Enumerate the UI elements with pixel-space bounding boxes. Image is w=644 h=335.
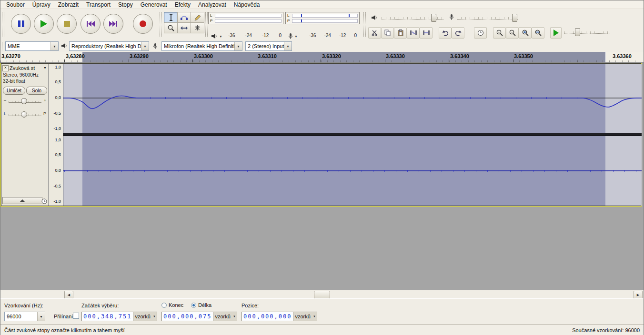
selection-length-field[interactable]: 000,000,075 vzorků ▼	[161, 312, 237, 321]
play-button[interactable]	[34, 14, 54, 34]
timeline-tick	[192, 59, 193, 62]
sync-lock-clock-button[interactable]	[474, 27, 487, 39]
waveform-display[interactable]	[63, 64, 642, 206]
trim-audio-button[interactable]	[407, 27, 420, 39]
selection-tool-button[interactable]	[164, 12, 178, 23]
recording-meter-p-bar	[292, 19, 358, 23]
menu-item-tracks[interactable]: Stopy	[114, 1, 137, 9]
selection-length-digits[interactable]: 000,000,075	[162, 312, 213, 321]
recording-meter-menu-button[interactable]: ▼	[288, 32, 298, 40]
track-menu-button[interactable]: ▼	[43, 66, 47, 69]
recording-meter[interactable]: L P	[285, 12, 360, 24]
multi-tool-button[interactable]	[191, 22, 204, 33]
selection-start-field[interactable]: 000,348,751 vzorků ▼	[81, 312, 157, 321]
timeline-label: 3.63300	[194, 53, 213, 59]
menu-item-analyze[interactable]: Analyzovat	[194, 1, 230, 9]
skip-to-end-button[interactable]	[103, 14, 123, 34]
end-radio-label: Konec	[169, 302, 183, 308]
gain-slider-thumb[interactable]	[21, 98, 27, 104]
selection-start-digits[interactable]: 000,348,751	[82, 312, 133, 321]
horizontal-scrollbar[interactable]: ◀ ▶	[0, 290, 644, 298]
pause-button[interactable]	[11, 14, 31, 34]
host-select[interactable]: MME ▼	[5, 41, 59, 51]
input-device-select[interactable]: Mikrofon (Realtek High Definiti ▼	[161, 41, 242, 51]
gain-slider[interactable]: – +	[3, 97, 47, 106]
chevron-down-icon[interactable]: ▼	[152, 312, 157, 321]
record-button[interactable]	[133, 14, 153, 34]
track-close-button[interactable]: ×	[2, 65, 9, 71]
scroll-left-button[interactable]: ◀	[64, 291, 73, 299]
zoom-tool-button[interactable]	[164, 22, 178, 33]
slider-thumb[interactable]	[512, 14, 517, 22]
menu-item-edit[interactable]: Úpravy	[29, 1, 54, 9]
cut-button[interactable]	[368, 27, 381, 39]
timeline-ruler[interactable]: 3,63270 3,63280 3.63290 3.63300 3.63310 …	[0, 52, 644, 63]
envelope-tool-button[interactable]	[177, 12, 191, 23]
silence-audio-button[interactable]	[420, 27, 433, 39]
menu-item-file[interactable]: Soubor	[2, 1, 29, 9]
play-at-speed-button[interactable]	[550, 27, 562, 39]
menu-item-help[interactable]: Nápověda	[230, 1, 264, 9]
position-digits[interactable]: 000,000,000	[242, 312, 293, 321]
menu-item-view[interactable]: Zobrazit	[54, 1, 82, 9]
output-volume-slider[interactable]	[382, 14, 443, 21]
snap-to-checkbox[interactable]	[73, 313, 79, 319]
zoom-in-button[interactable]	[493, 27, 506, 39]
sample-rate-select[interactable]: 96000 ▼	[4, 312, 45, 321]
input-device-value: Mikrofon (Realtek High Definiti	[162, 42, 234, 50]
position-field[interactable]: 000,000,000 vzorků ▼	[242, 312, 317, 321]
stop-button[interactable]	[57, 14, 77, 34]
meter-mark	[349, 14, 350, 17]
paste-button[interactable]	[394, 27, 407, 39]
menu-item-transport[interactable]: Transport	[82, 1, 114, 9]
speaker-icon	[61, 43, 68, 49]
fit-project-button[interactable]	[532, 27, 544, 39]
pan-slider-thumb[interactable]	[21, 111, 27, 118]
slider-thumb[interactable]	[431, 14, 436, 22]
clock-icon[interactable]	[41, 198, 47, 204]
copy-button[interactable]	[381, 27, 394, 39]
length-radio[interactable]: Délka	[191, 302, 211, 308]
fit-selection-button[interactable]	[519, 27, 532, 39]
track-area[interactable]: × Zvuková st ▼ Stereo, 96000Hz 32-bit fl…	[0, 63, 644, 290]
meter-toolbar-grip[interactable]	[205, 12, 208, 37]
slider-thumb[interactable]	[575, 28, 580, 36]
mute-button[interactable]: Umlčet	[3, 87, 25, 95]
solo-button[interactable]: Solo	[26, 87, 47, 95]
undo-button[interactable]	[439, 27, 452, 39]
playback-speed-slider[interactable]	[564, 28, 610, 36]
pan-slider[interactable]: L P	[3, 110, 47, 119]
waveform-channel-left[interactable]	[63, 64, 642, 133]
menu-item-effects[interactable]: Efekty	[171, 1, 194, 9]
redo-button[interactable]	[452, 27, 464, 39]
timeshift-tool-button[interactable]	[177, 22, 191, 33]
scale-label: 1,0	[55, 65, 61, 69]
transport-toolbar-grip[interactable]	[2, 12, 4, 37]
zoom-out-button[interactable]	[506, 27, 519, 39]
menu-item-generate[interactable]: Generovat	[137, 1, 171, 9]
input-volume-slider[interactable]	[457, 14, 518, 21]
playback-meter[interactable]: L P	[208, 12, 283, 24]
vertical-scale-ruler[interactable]: 1,0 0,5 0,0 -0,5 -1,0 1,0 0,5 0,0 -0,5 -…	[49, 64, 63, 206]
skip-to-start-button[interactable]	[80, 14, 101, 34]
playback-meter-menu-button[interactable]: ▼	[211, 32, 222, 40]
device-toolbar-grip[interactable]	[2, 42, 4, 50]
draw-tool-button[interactable]	[191, 12, 204, 23]
track-title[interactable]: Zvuková st	[10, 65, 41, 71]
position-label: Pozice:	[242, 303, 259, 308]
input-channels-select[interactable]: 2 (Stereo) Input C ▼	[245, 41, 292, 51]
mixer-toolbar-grip[interactable]	[363, 12, 366, 37]
chevron-down-icon[interactable]: ▼	[312, 312, 317, 321]
undo-icon	[442, 30, 449, 36]
chevron-down-icon: ▼	[37, 312, 45, 321]
tools-toolbar-grip[interactable]	[160, 12, 162, 37]
timeline-tick	[449, 59, 449, 62]
scroll-right-button[interactable]: ▶	[634, 291, 643, 299]
output-device-select[interactable]: Reproduktory (Realtek High De ▼	[69, 41, 149, 51]
end-radio[interactable]: Konec	[161, 302, 183, 308]
waveform-channel-right[interactable]	[63, 136, 642, 206]
scroll-thumb[interactable]	[314, 291, 330, 299]
redo-icon	[455, 30, 462, 36]
chevron-down-icon[interactable]: ▼	[232, 312, 237, 321]
collapse-track-button[interactable]	[2, 197, 42, 204]
